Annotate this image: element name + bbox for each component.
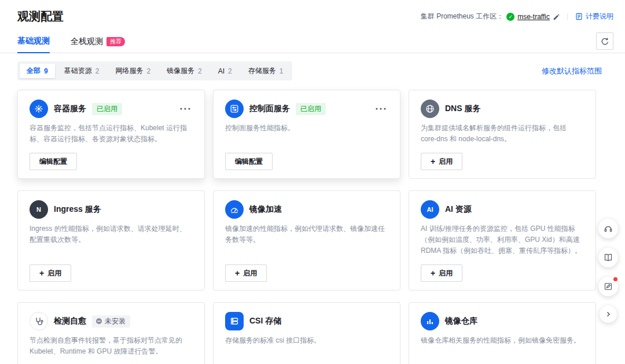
filter-row: 全部9 基础资源2 网络服务2 镜像服务2 AI2 存储服务1 修改默认指标范围 <box>17 61 602 80</box>
support-headset-button[interactable] <box>598 219 618 238</box>
card-title: 检测自愈 <box>54 316 86 326</box>
recommend-badge: 推荐 <box>106 37 125 46</box>
card-title: Ingress 服务 <box>54 204 101 215</box>
notification-dot <box>613 277 617 281</box>
card-title: 控制面服务 <box>249 104 290 114</box>
page-title: 观测配置 <box>17 9 64 24</box>
documentation-book-button[interactable] <box>598 248 618 267</box>
kubernetes-icon <box>30 100 48 118</box>
tab-label: 全栈观测 <box>71 36 103 47</box>
status-badge: 未安装 <box>92 315 130 328</box>
card-description: 容器服务监控，包括节点运行指标、Kubelet 运行指标、容器运行指标、各资源对… <box>30 123 193 145</box>
card-title: 镜像加速 <box>249 204 282 215</box>
control-plane-icon <box>225 100 244 118</box>
plus-icon: + <box>235 269 240 277</box>
card-dns-service: DNS 服务 为集群提供域名解析服务的组件运行指标，包括 core-dns 和 … <box>409 90 596 179</box>
card-csi-storage: CSI 存储 存储服务的标准 csi 接口指标。 +启用 <box>213 302 400 364</box>
filter-image-services[interactable]: 镜像服务2 <box>160 64 209 78</box>
edit-config-button[interactable]: 编辑配置 <box>225 153 273 170</box>
card-title: 容器服务 <box>54 104 86 114</box>
check-circle-icon: ✓ <box>506 13 514 21</box>
filter-basic-resources[interactable]: 基础资源2 <box>57 64 106 78</box>
card-ai-resources: AI AI 资源 AI 训练/推理任务的资源监控，包括 GPU 性能指标（例如例… <box>409 190 596 291</box>
storage-icon <box>225 312 244 330</box>
plus-icon: + <box>431 157 435 166</box>
collapse-chevron-button[interactable] <box>600 306 617 323</box>
tab-label: 基础观测 <box>17 36 50 46</box>
status-badge: 已启用 <box>296 103 326 115</box>
card-description: 节点检测自愈事件转报警，基于指标对节点常见的 Kubelet、Runtime 和… <box>30 335 193 357</box>
filter-ai[interactable]: AI2 <box>211 65 239 78</box>
card-ingress-service: N Ingress 服务 Ingress 的性能指标，例如请求数、请求处理延时、… <box>17 190 205 291</box>
stethoscope-icon <box>30 312 48 330</box>
tab-bar: 基础观测 全栈观测 推荐 <box>0 31 625 53</box>
status-badge: 已启用 <box>92 103 122 115</box>
workspace-label: 集群 Prometheus 工作区： <box>421 12 503 21</box>
card-title: AI 资源 <box>445 204 472 215</box>
speedometer-icon <box>225 200 244 219</box>
modify-default-metrics-link[interactable]: 修改默认指标范围 <box>542 66 602 76</box>
cards-grid: 容器服务 已启用 容器服务监控，包括节点运行指标、Kubelet 运行指标、容器… <box>17 90 596 364</box>
enable-button[interactable]: +启用 <box>421 264 462 282</box>
filter-all[interactable]: 全部9 <box>20 64 55 78</box>
more-menu-button[interactable] <box>178 105 193 112</box>
billing-link[interactable]: 计费说明 <box>586 12 613 21</box>
nginx-icon: N <box>30 200 48 219</box>
topbar: 观测配置 集群 Prometheus 工作区： ✓ mse-traffic 计费… <box>0 0 625 31</box>
card-description: 镜像仓库相关服务的性能指标，例如镜像免密服务。 <box>421 335 584 346</box>
observability-config-page: 观测配置 集群 Prometheus 工作区： ✓ mse-traffic 计费… <box>0 0 625 364</box>
card-description: AI 训练/推理任务的资源监控，包括 GPU 性能指标（例如例如温度、功率、利用… <box>421 223 584 256</box>
edit-config-button[interactable]: 编辑配置 <box>30 153 77 170</box>
card-container-service: 容器服务 已启用 容器服务监控，包括节点运行指标、Kubelet 运行指标、容器… <box>17 90 205 179</box>
card-description: 控制面服务性能指标。 <box>225 123 388 134</box>
enable-button[interactable]: +启用 <box>421 153 462 170</box>
plus-icon: + <box>39 269 44 277</box>
card-image-registry: 镜像仓库 镜像仓库相关服务的性能指标，例如镜像免密服务。 +启用 <box>409 302 596 364</box>
card-description: Ingress 的性能指标，例如请求数、请求处理延时、配置重载次数等。 <box>30 223 193 245</box>
enable-button[interactable]: +启用 <box>30 264 71 282</box>
refresh-button[interactable] <box>596 32 613 50</box>
card-image-acceleration: 镜像加速 镜像加速的性能指标，例如代理请求数、镜像加速任务数等等。 +启用 <box>213 190 400 291</box>
billing-doc-icon <box>575 13 583 20</box>
ai-icon: AI <box>421 200 439 219</box>
card-title: 镜像仓库 <box>445 316 477 326</box>
minus-circle-icon <box>95 318 102 325</box>
bar-chart-icon <box>421 312 439 330</box>
filter-storage-services[interactable]: 存储服务1 <box>241 64 291 78</box>
card-description: 存储服务的标准 csi 接口指标。 <box>225 335 388 346</box>
edit-workspace-icon[interactable] <box>553 13 560 20</box>
card-description: 为集群提供域名解析服务的组件运行指标，包括 core-dns 和 node-lo… <box>421 123 584 145</box>
divider <box>567 13 568 20</box>
feedback-button[interactable] <box>598 277 618 296</box>
globe-icon <box>421 100 439 118</box>
card-detect-self-healing: 检测自愈 未安装 节点检测自愈事件转报警，基于指标对节点常见的 Kubelet、… <box>17 302 205 364</box>
card-title: CSI 存储 <box>249 316 281 326</box>
enable-button[interactable]: +启用 <box>225 264 267 282</box>
filter-network-services[interactable]: 网络服务2 <box>108 64 157 78</box>
tab-basic-observation[interactable]: 基础观测 <box>17 36 50 53</box>
more-menu-button[interactable] <box>373 105 388 112</box>
card-control-plane-service: 控制面服务 已启用 控制面服务性能指标。 编辑配置 <box>213 90 400 179</box>
topbar-right: 集群 Prometheus 工作区： ✓ mse-traffic 计费说明 <box>421 12 613 21</box>
card-description: 镜像加速的性能指标，例如代理请求数、镜像加速任务数等等。 <box>225 223 388 245</box>
floating-action-stack <box>598 219 618 323</box>
workspace-name-link[interactable]: mse-traffic <box>517 13 550 21</box>
category-filter-bar: 全部9 基础资源2 网络服务2 镜像服务2 AI2 存储服务1 <box>17 61 292 80</box>
tab-fullstack-observation[interactable]: 全栈观测 推荐 <box>71 36 125 53</box>
plus-icon: + <box>431 269 435 277</box>
card-title: DNS 服务 <box>445 104 480 114</box>
